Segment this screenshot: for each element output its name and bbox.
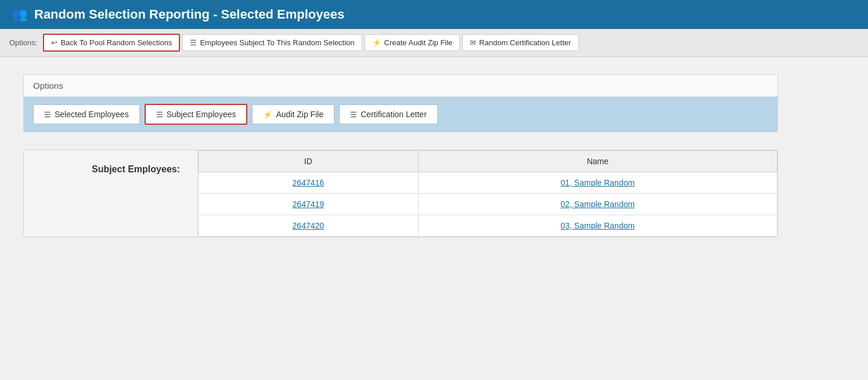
- page-title: Random Selection Reporting - Selected Em…: [34, 7, 344, 22]
- employee-name-link[interactable]: 01, Sample Random: [561, 178, 635, 187]
- create-audit-button[interactable]: ⚡ Create Audit Zip File: [365, 34, 460, 51]
- certification-letter-option-btn[interactable]: ☰ Certification Letter: [339, 104, 438, 124]
- options-panel-title: Options: [24, 75, 777, 97]
- subject-employees-table: ID Name 264741601, Sample Random26474190…: [198, 150, 777, 237]
- main-content: Options ☰ Selected Employees ☰ Subject E…: [0, 57, 868, 255]
- random-cert-button[interactable]: ✉ Random Certification Letter: [462, 34, 578, 51]
- create-audit-label: Create Audit Zip File: [384, 38, 453, 47]
- employees-subject-button[interactable]: ☰ Employees Subject To This Random Selec…: [182, 34, 362, 51]
- audit-zip-option-btn[interactable]: ⚡ Audit Zip File: [252, 104, 334, 124]
- employee-id-cell: 2647416: [199, 172, 419, 194]
- employee-id-link[interactable]: 2647420: [293, 221, 325, 230]
- table-row: 264741601, Sample Random: [199, 172, 777, 194]
- back-to-pool-label: Back To Pool Random Selections: [60, 38, 172, 47]
- selected-employees-option-label: Selected Employees: [55, 110, 129, 119]
- selected-employees-option-btn[interactable]: ☰ Selected Employees: [33, 104, 140, 124]
- header-icon: 👥: [12, 7, 27, 22]
- employee-name-cell: 01, Sample Random: [418, 172, 777, 194]
- table-row: 264741902, Sample Random: [199, 194, 777, 215]
- subject-employees-option-label: Subject Employees: [167, 110, 236, 119]
- employee-name-cell: 02, Sample Random: [418, 194, 777, 215]
- bolt-icon-2: ⚡: [263, 110, 272, 119]
- employee-id-link[interactable]: 2647419: [293, 200, 325, 209]
- back-to-pool-button[interactable]: ↩ Back To Pool Random Selections: [43, 34, 180, 52]
- subject-employees-option-btn[interactable]: ☰ Subject Employees: [145, 104, 248, 125]
- col-header-name: Name: [418, 151, 777, 172]
- subject-employees-section: Subject Employees: ID Name 264741601, Sa…: [23, 150, 778, 237]
- table-header-row: ID Name: [199, 151, 777, 172]
- back-icon: ↩: [51, 38, 57, 47]
- employee-id-link[interactable]: 2647416: [293, 178, 325, 187]
- bolt-icon-1: ⚡: [372, 38, 381, 47]
- list-icon-1: ☰: [190, 38, 197, 47]
- toolbar-label: Options:: [9, 38, 37, 47]
- random-cert-label: Random Certification Letter: [479, 38, 571, 47]
- col-header-id: ID: [199, 151, 419, 172]
- list-icon-2: ☰: [44, 110, 51, 119]
- employee-name-link[interactable]: 02, Sample Random: [561, 200, 635, 209]
- employee-id-cell: 2647419: [199, 194, 419, 215]
- list-icon-4: ☰: [350, 110, 357, 119]
- header-bar: 👥 Random Selection Reporting - Selected …: [0, 0, 868, 29]
- audit-zip-option-label: Audit Zip File: [276, 110, 323, 119]
- certification-letter-option-label: Certification Letter: [361, 110, 427, 119]
- table-wrapper: Subject Employees: ID Name 264741601, Sa…: [24, 150, 777, 237]
- toolbar: Options: ↩ Back To Pool Random Selection…: [0, 29, 868, 57]
- employee-name-cell: 03, Sample Random: [418, 215, 777, 237]
- table-row: 264742003, Sample Random: [199, 215, 777, 237]
- envelope-icon-1: ✉: [470, 38, 476, 47]
- table-section-label: Subject Employees:: [24, 150, 198, 237]
- employee-name-link[interactable]: 03, Sample Random: [561, 221, 635, 230]
- employee-id-cell: 2647420: [199, 215, 419, 237]
- list-icon-3: ☰: [156, 110, 163, 119]
- options-buttons-row: ☰ Selected Employees ☰ Subject Employees…: [24, 97, 777, 132]
- employees-subject-label: Employees Subject To This Random Selecti…: [200, 38, 354, 47]
- options-panel: Options ☰ Selected Employees ☰ Subject E…: [23, 74, 778, 132]
